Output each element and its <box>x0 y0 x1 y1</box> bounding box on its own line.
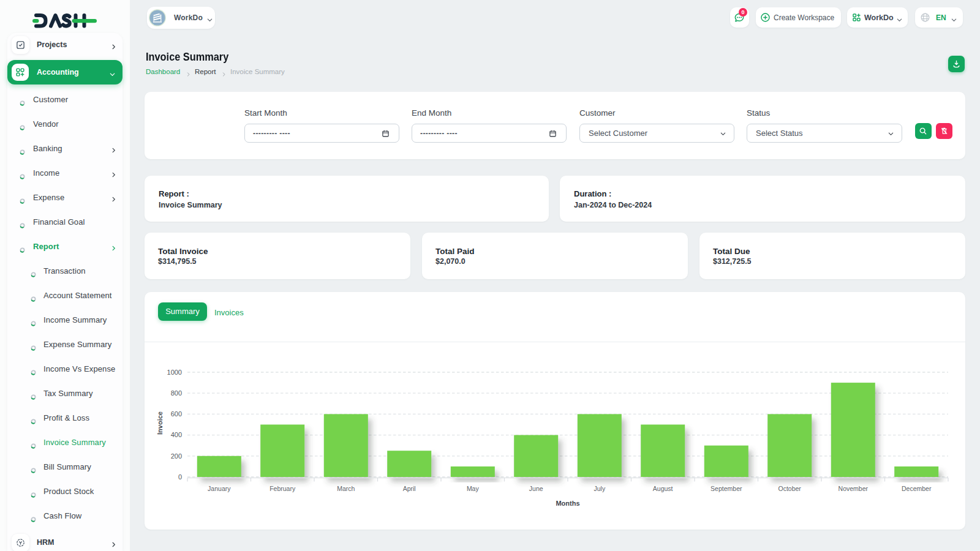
svg-text:February: February <box>270 485 296 492</box>
svg-text:April: April <box>403 485 416 492</box>
svg-text:800: 800 <box>171 389 182 397</box>
svg-text:October: October <box>778 485 802 492</box>
svg-text:Months: Months <box>556 500 579 507</box>
svg-text:May: May <box>467 485 480 492</box>
svg-text:1000: 1000 <box>167 369 182 376</box>
svg-text:November: November <box>839 485 869 492</box>
svg-text:200: 200 <box>171 452 182 460</box>
svg-text:0: 0 <box>178 473 182 481</box>
svg-text:August: August <box>653 485 673 492</box>
svg-text:400: 400 <box>171 431 182 438</box>
svg-text:June: June <box>529 485 543 492</box>
svg-text:September: September <box>710 485 742 492</box>
svg-text:Invoice: Invoice <box>156 411 164 435</box>
svg-text:July: July <box>594 485 605 492</box>
svg-text:December: December <box>902 485 932 492</box>
svg-text:March: March <box>337 485 355 492</box>
svg-text:600: 600 <box>171 410 182 418</box>
svg-text:January: January <box>208 485 231 492</box>
